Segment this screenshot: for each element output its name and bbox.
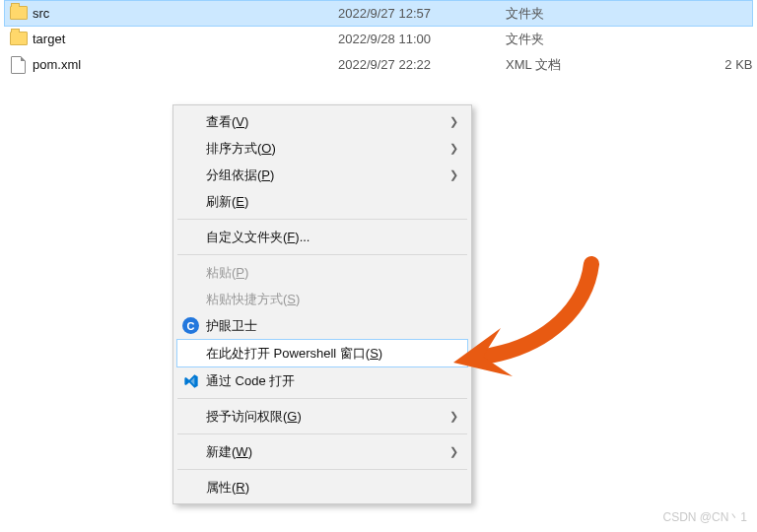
file-row[interactable]: target2022/9/28 11:00文件夹 (5, 27, 753, 52)
menu-new[interactable]: 新建(W) (176, 438, 468, 465)
menu-view[interactable]: 查看(V) (176, 108, 468, 135)
menu-properties[interactable]: 属性(R) (176, 474, 468, 500)
separator (177, 469, 467, 470)
separator (177, 219, 467, 220)
menu-grant-access[interactable]: 授予访问权限(G) (176, 403, 468, 430)
menu-group[interactable]: 分组依据(P) (176, 162, 468, 188)
menu-paste-shortcut: 粘贴快捷方式(S) (176, 286, 468, 312)
file-row[interactable]: src2022/9/27 12:57文件夹 (5, 1, 753, 27)
menu-huyan[interactable]: C护眼卫士 (176, 312, 468, 339)
file-type: 文件夹 (506, 1, 634, 27)
file-size (634, 1, 753, 27)
file-size (634, 27, 753, 52)
file-row[interactable]: pom.xml2022/9/27 22:22XML 文档2 KB (5, 52, 753, 78)
file-name: src (33, 1, 338, 27)
folder-icon (10, 32, 28, 45)
eye-icon: C (182, 317, 199, 334)
menu-open-with-code[interactable]: 通过 Code 打开 (176, 367, 468, 394)
watermark: CSDN @CN丶1 (662, 509, 747, 526)
file-list: src2022/9/27 12:57文件夹target2022/9/28 11:… (4, 0, 753, 78)
file-type: 文件夹 (506, 27, 634, 52)
menu-open-powershell[interactable]: 在此处打开 Powershell 窗口(S) (176, 339, 468, 367)
file-date: 2022/9/27 12:57 (338, 1, 506, 27)
menu-customize-folder[interactable]: 自定义文件夹(F)... (176, 224, 468, 250)
folder-icon (10, 6, 28, 20)
file-size: 2 KB (634, 52, 753, 78)
file-name: target (33, 27, 338, 52)
separator (177, 254, 467, 255)
menu-sort[interactable]: 排序方式(O) (176, 135, 468, 162)
separator (177, 433, 467, 434)
file-icon (11, 56, 26, 74)
separator (177, 398, 467, 399)
vscode-icon (182, 372, 199, 389)
file-date: 2022/9/28 11:00 (338, 27, 506, 52)
context-menu: 查看(V) 排序方式(O) 分组依据(P) 刷新(E) 自定义文件夹(F)...… (172, 104, 472, 504)
file-name: pom.xml (33, 52, 338, 78)
file-type: XML 文档 (506, 52, 634, 78)
file-date: 2022/9/27 22:22 (338, 52, 506, 78)
menu-refresh[interactable]: 刷新(E) (176, 188, 468, 215)
menu-paste: 粘贴(P) (176, 259, 468, 286)
